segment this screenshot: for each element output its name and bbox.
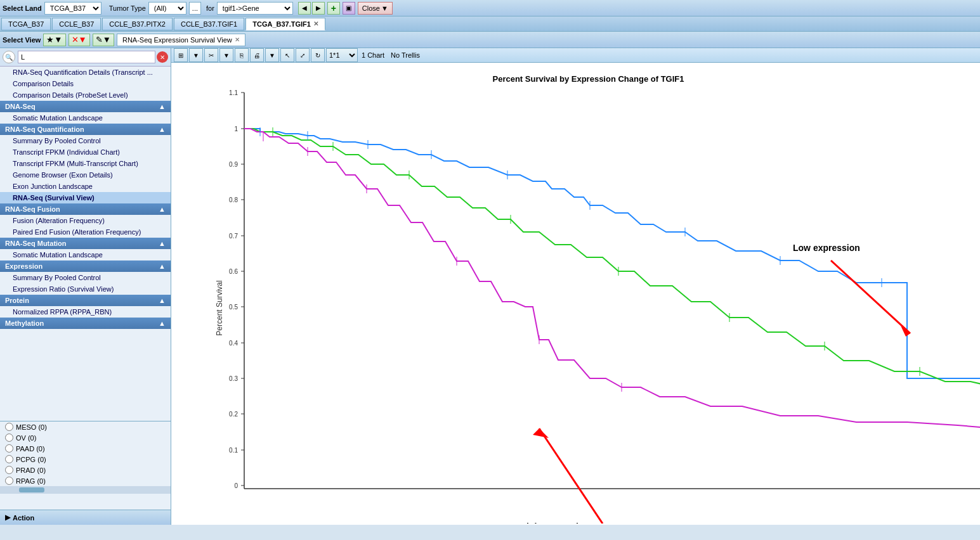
sidebar-item-somatic-rna[interactable]: Somatic Mutation Landscape (0, 249, 171, 260)
sidebar: 🔍 ✕ RNA-Seq Quantification Details (Tran… (0, 48, 171, 525)
sidebar-item-paired-end-fusion[interactable]: Paired End Fusion (Alteration Frequency) (0, 226, 171, 238)
radio-item-ov: OV (0) (0, 432, 171, 443)
chart-tool-print-drop[interactable]: ▼ (265, 48, 279, 62)
sidebar-scrollbar-horizontal[interactable] (0, 486, 171, 494)
radio-item-paad: PAAD (0) (0, 443, 171, 454)
sidebar-item-summary-pooled[interactable]: Summary By Pooled Control (0, 135, 171, 146)
chart-tool-expand[interactable]: ⤢ (296, 48, 310, 62)
tumor-type-select[interactable]: (All) (148, 2, 186, 15)
tab-ccle-b37-label: CCLE_B37 (59, 20, 94, 28)
chart-tool-dropdown[interactable]: ▼ (189, 48, 203, 62)
add-view-button[interactable]: ★▼ (43, 34, 65, 46)
next-arrow-button[interactable]: ▶ (312, 2, 325, 15)
close-button[interactable]: Close ▼ (358, 2, 393, 15)
search-clear-button[interactable]: ✕ (157, 51, 168, 63)
select-view-label: Select View (3, 36, 41, 44)
chart-tool-dropdown2[interactable]: ▼ (219, 48, 233, 62)
tab-tcga-b37-label: TCGA_B37 (8, 20, 44, 28)
tab-tcga-b37-tgif1[interactable]: TCGA_B37.TGIF1 ✕ (245, 18, 325, 30)
scrollbar-thumb[interactable] (19, 487, 44, 492)
green-survival-line (244, 129, 980, 387)
svg-text:1.1: 1.1 (229, 89, 238, 96)
radio-meso[interactable] (5, 423, 13, 431)
edit-view-button[interactable]: ✎▼ (93, 34, 114, 46)
tab-ccle-b37[interactable]: CCLE_B37 (52, 18, 101, 30)
chart-zoom-select[interactable]: 1*1 (326, 48, 358, 62)
svg-text:0.8: 0.8 (229, 196, 238, 203)
radio-prad[interactable] (5, 466, 13, 474)
sidebar-item-rnaseq-details[interactable]: RNA-Seq Quantification Details (Transcri… (0, 67, 171, 78)
sidebar-section-expression[interactable]: Expression ▲ (0, 260, 171, 272)
tab-ccle-b37-pitx2[interactable]: CCLE_B37.PITX2 (102, 18, 173, 30)
sidebar-section-methylation[interactable]: Methylation ▲ (0, 318, 171, 329)
sidebar-section-rnaseq-mutation[interactable]: RNA-Seq Mutation ▲ (0, 238, 171, 249)
dots-button[interactable]: ... (189, 2, 201, 15)
radio-paad-label: PAAD (0) (16, 445, 45, 453)
radio-ov[interactable] (5, 434, 13, 442)
view-tab-close-icon[interactable]: ✕ (235, 36, 240, 43)
sidebar-item-rppa[interactable]: Normalized RPPA (RPPA_RBN) (0, 306, 171, 318)
tab-close-icon[interactable]: ✕ (313, 20, 318, 27)
add-button[interactable]: + (327, 2, 340, 15)
sidebar-item-exon-junction[interactable]: Exon Junction Landscape (0, 181, 171, 192)
gene-select[interactable]: tgif1->Gene (217, 2, 293, 15)
close-label: Close (362, 4, 380, 12)
rnaseq-fusion-label: RNA-Seq Fusion (5, 205, 60, 213)
dna-seq-label: DNA-Seq (5, 103, 36, 110)
svg-text:1: 1 (234, 125, 238, 132)
sidebar-item-genome-browser[interactable]: Genome Browser (Exon Details) (0, 169, 171, 181)
rnaseq-mutation-label: RNA-Seq Mutation (5, 240, 67, 247)
sidebar-item-somatic-dna[interactable]: Somatic Mutation Landscape (0, 112, 171, 124)
radio-pcpg[interactable] (5, 455, 13, 463)
protein-collapse-icon: ▲ (159, 297, 166, 304)
land-select[interactable]: TCGA_B37 (44, 2, 101, 15)
blue-ticks (260, 127, 882, 287)
chart-tool-cursor[interactable]: ✂ (204, 48, 218, 62)
rnaseq-mutation-collapse-icon: ▲ (159, 240, 166, 247)
search-bar: 🔍 ✕ (0, 48, 171, 67)
radio-rpag[interactable] (5, 477, 13, 485)
radio-prad-label: PRAD (0) (16, 466, 46, 474)
y-axis-label: Percent Survival (215, 280, 224, 335)
sidebar-item-transcript-individual[interactable]: Transcript FPKM (Individual Chart) (0, 146, 171, 158)
action-icon: ▶ (5, 513, 10, 522)
expression-collapse-icon: ▲ (159, 262, 166, 270)
sidebar-section-protein[interactable]: Protein ▲ (0, 295, 171, 306)
sidebar-item-comparison-probeset[interactable]: Comparison Details (ProbeSet Level) (0, 89, 171, 101)
monitor-button[interactable]: ▣ (343, 2, 355, 15)
tab-ccle-b37-tgif1[interactable]: CCLE_B37.TGIF1 (174, 18, 244, 30)
sidebar-section-dna-seq[interactable]: DNA-Seq ▲ (0, 101, 171, 112)
svg-text:0.2: 0.2 (229, 411, 238, 418)
sidebar-item-comparison-details[interactable]: Comparison Details (0, 78, 171, 89)
arrow-buttons: ◀ ▶ (298, 2, 325, 15)
main-content: 🔍 ✕ RNA-Seq Quantification Details (Tran… (0, 48, 980, 525)
survival-chart: Percent Survival 0 0.1 0.2 0.3 0.4 (209, 86, 980, 524)
sidebar-item-fusion-alteration[interactable]: Fusion (Alteration Frequency) (0, 215, 171, 226)
radio-item-meso: MESO (0) (0, 421, 171, 432)
methylation-collapse-icon: ▲ (159, 319, 166, 327)
search-input[interactable] (18, 51, 155, 63)
chart-count-label: 1 Chart (359, 51, 387, 59)
chart-tool-copy[interactable]: ⎘ (235, 48, 249, 62)
blue-survival-line (244, 129, 980, 378)
tab-tcga-b37[interactable]: TCGA_B37 (1, 18, 51, 30)
sidebar-item-expression-summary[interactable]: Summary By Pooled Control (0, 272, 171, 283)
sidebar-section-rnaseq-quant[interactable]: RNA-Seq Quantification ▲ (0, 124, 171, 135)
svg-text:0.5: 0.5 (229, 304, 238, 311)
tab-bar: TCGA_B37 CCLE_B37 CCLE_B37.PITX2 CCLE_B3… (0, 16, 980, 32)
chart-tool-grid[interactable]: ⊞ (174, 48, 188, 62)
tumor-type-label: Tumor Type (109, 4, 146, 12)
radio-paad[interactable] (5, 444, 13, 453)
sidebar-item-expression-ratio[interactable]: Expression Ratio (Survival View) (0, 283, 171, 295)
svg-text:0.3: 0.3 (229, 375, 238, 382)
remove-view-button[interactable]: ✕▼ (69, 34, 90, 46)
view-tab-rnaseq[interactable]: RNA-Seq Expression Survival View ✕ (117, 34, 245, 46)
sidebar-item-transcript-multi[interactable]: Transcript FPKM (Multi-Transcript Chart) (0, 158, 171, 169)
prev-arrow-button[interactable]: ◀ (298, 2, 311, 15)
chart-tool-refresh[interactable]: ↻ (311, 48, 325, 62)
chart-tool-print[interactable]: 🖨 (250, 48, 264, 62)
chart-tool-arrow[interactable]: ↖ (280, 48, 294, 62)
sidebar-section-rnaseq-fusion[interactable]: RNA-Seq Fusion ▲ (0, 203, 171, 215)
action-bar: ▶ Action (0, 510, 171, 525)
sidebar-item-rnaseq-survival[interactable]: RNA-Seq (Survival View) (0, 192, 171, 203)
